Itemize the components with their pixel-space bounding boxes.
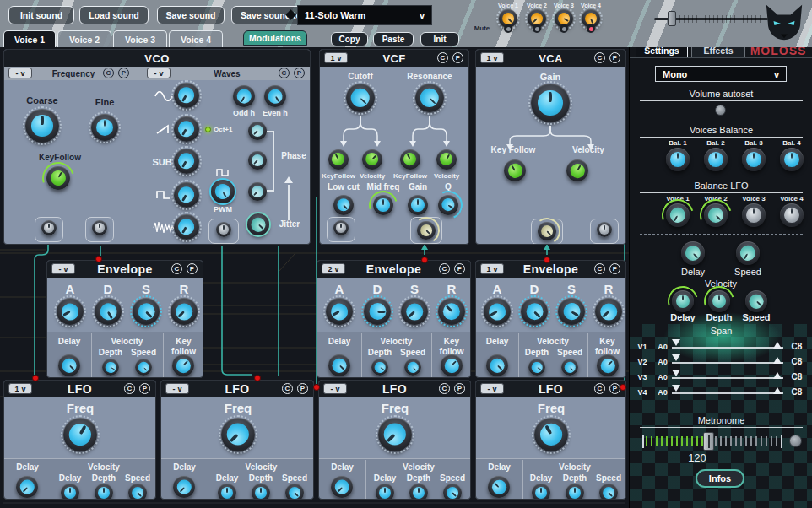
mod-amount-knob[interactable] [597, 222, 612, 237]
resonance-velocity-knob[interactable] [436, 149, 457, 170]
waves-paste-button[interactable]: P [294, 68, 305, 78]
span-low-handle[interactable] [672, 339, 680, 346]
mod-connection-dot[interactable] [313, 384, 320, 391]
vcf-paste-button[interactable]: P [452, 52, 463, 63]
balance-knob-2[interactable] [704, 148, 728, 171]
velocity-speed-knob[interactable] [745, 290, 767, 312]
cutoff-keyfollow-knob[interactable] [328, 149, 349, 170]
span-v2-track[interactable] [672, 362, 783, 364]
lfo-paste-button[interactable]: P [609, 383, 620, 394]
env-vel-speed-knob[interactable] [561, 359, 578, 376]
mod-connection-dot[interactable] [544, 257, 550, 263]
env-vel-speed-knob[interactable] [135, 359, 152, 376]
env-delay-knob[interactable] [486, 354, 508, 376]
balance-lfo-voice4-knob[interactable] [780, 203, 804, 227]
saw-level-knob[interactable] [174, 116, 199, 142]
mid-freq-knob[interactable] [373, 195, 393, 215]
lfo-vel-delay-knob[interactable] [218, 484, 236, 500]
paste-button[interactable]: Paste [373, 32, 414, 46]
phase-knob-1[interactable] [248, 122, 267, 140]
lfo-vel-delay-knob[interactable] [61, 484, 79, 500]
lfo-voice-dropdown[interactable]: 1v [8, 383, 32, 394]
velocity-depth-knob[interactable] [708, 290, 730, 312]
lfo-copy-button[interactable]: C [439, 383, 450, 394]
balance-lfo-voice2-knob[interactable] [704, 203, 728, 227]
vcf-voice-dropdown[interactable]: 1v [324, 52, 348, 63]
balance-knob-4[interactable] [780, 148, 804, 171]
lfo-vel-speed-knob[interactable] [443, 484, 462, 500]
infos-button[interactable]: Infos [696, 469, 744, 488]
square-level-knob[interactable] [174, 182, 199, 208]
mod-connection-dot[interactable] [421, 257, 428, 263]
low-cut-knob[interactable] [333, 195, 354, 215]
velocity-delay-knob[interactable] [672, 290, 694, 312]
metronome-slider[interactable] [642, 432, 784, 451]
mod-connection-dot[interactable] [254, 375, 261, 381]
tab-voice-4[interactable]: Voice 4 [169, 30, 223, 47]
jitter-knob[interactable] [247, 213, 269, 235]
mod-amount-knob[interactable] [92, 220, 107, 235]
mod-connection-dot[interactable] [95, 256, 102, 262]
resonance-knob[interactable] [415, 84, 444, 112]
mod-connection-dot[interactable] [620, 384, 626, 391]
env-vel-depth-knob[interactable] [528, 359, 545, 376]
envelope-copy-button[interactable]: C [594, 263, 605, 274]
noise-level-knob[interactable] [174, 214, 199, 240]
mod-amount-knob[interactable] [538, 222, 556, 240]
envelope-voice-dropdown[interactable]: -v [51, 263, 75, 274]
lfo-vel-speed-knob[interactable] [285, 484, 304, 500]
lfo-paste-button[interactable]: P [297, 383, 308, 394]
span-low-handle[interactable] [672, 370, 680, 376]
decay-knob[interactable] [521, 298, 548, 325]
oct-plus-one-led[interactable] [205, 127, 211, 132]
span-low-handle[interactable] [672, 385, 680, 392]
save-sound-button[interactable]: Save sound [157, 6, 225, 24]
env-delay-knob[interactable] [58, 354, 80, 376]
lfo-delay-knob[interactable] [331, 476, 353, 498]
env-vel-depth-knob[interactable] [371, 359, 388, 376]
decay-knob[interactable] [95, 298, 122, 325]
envelope-paste-button[interactable]: P [454, 263, 465, 274]
env-keyfollow-knob[interactable] [172, 354, 194, 376]
copy-button[interactable]: Copy [331, 32, 368, 46]
cutoff-velocity-knob[interactable] [362, 149, 382, 170]
tab-voice-2[interactable]: Voice 2 [57, 30, 111, 47]
attack-knob[interactable] [484, 298, 511, 325]
span-high-handle[interactable] [773, 387, 782, 394]
even-harmonics-knob[interactable] [264, 85, 286, 107]
env-keyfollow-knob[interactable] [441, 354, 463, 376]
env-delay-knob[interactable] [328, 354, 350, 376]
load-sound-button[interactable]: Load sound [79, 6, 149, 24]
env-vel-depth-knob[interactable] [102, 359, 119, 376]
sine-level-knob[interactable] [174, 83, 199, 108]
vca-velocity-knob[interactable] [566, 159, 588, 181]
metronome-handle[interactable] [703, 432, 714, 451]
envelope-paste-button[interactable]: P [187, 263, 198, 274]
balance-lfo-voice1-knob[interactable] [666, 203, 690, 227]
lfo-delay-knob[interactable] [16, 476, 38, 498]
balance-knob-3[interactable] [742, 148, 766, 171]
release-knob[interactable] [171, 298, 198, 325]
waves-mod-dropdown[interactable]: -v [147, 68, 171, 78]
master-slider[interactable] [654, 10, 768, 27]
balance-lfo-voice3-knob[interactable] [742, 203, 766, 227]
odd-harmonics-knob[interactable] [233, 85, 255, 107]
pwm-knob[interactable] [211, 180, 235, 203]
lfo-vel-depth-knob[interactable] [566, 484, 584, 500]
envelope-voice-dropdown[interactable]: 1v [480, 263, 504, 274]
balance-lfo-delay-knob[interactable] [681, 241, 705, 265]
mute-voice-2[interactable] [533, 24, 541, 33]
mod-amount-knob[interactable] [216, 222, 231, 237]
lfo-copy-button[interactable]: C [124, 383, 135, 394]
mute-voice-1[interactable] [504, 24, 512, 33]
lfo-copy-button[interactable]: C [282, 383, 293, 394]
lfo-vel-depth-knob[interactable] [252, 484, 270, 500]
envelope-copy-button[interactable]: C [439, 263, 450, 274]
sustain-knob[interactable] [401, 298, 428, 325]
attack-knob[interactable] [326, 298, 353, 325]
lfo-voice-dropdown[interactable]: -v [480, 383, 504, 394]
eq-gain-knob[interactable] [408, 195, 428, 215]
volume-autoset-button[interactable] [715, 105, 726, 116]
coarse-knob[interactable] [25, 109, 59, 143]
balance-knob-1[interactable] [666, 148, 690, 171]
